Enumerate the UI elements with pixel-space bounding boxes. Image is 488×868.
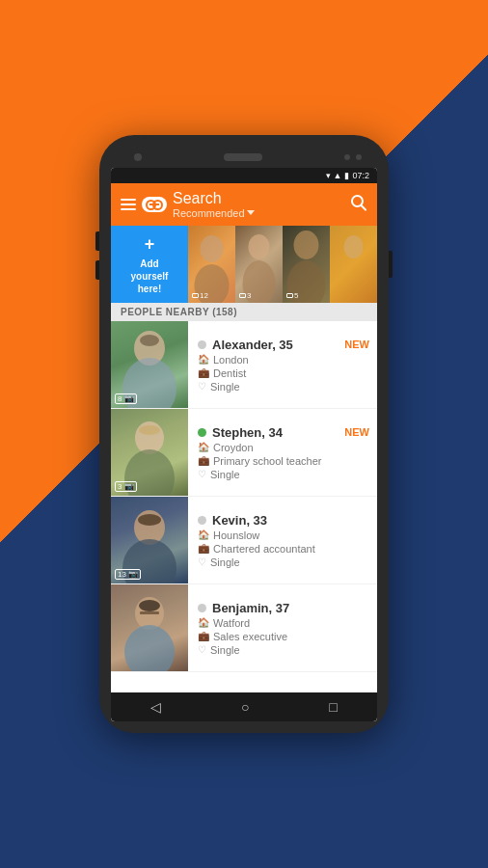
svg-point-20 xyxy=(124,625,175,671)
list-item[interactable]: 3 📷 Stephen, 34 NEW 🏠 Croydon 💼 xyxy=(111,409,377,497)
online-status-kevin xyxy=(198,516,206,525)
heart-icon-4: ♡ xyxy=(198,644,206,655)
location-stephen: 🏠 Croydon xyxy=(198,442,369,453)
story-item-2[interactable]: 3 xyxy=(235,226,283,303)
volume-down-button[interactable] xyxy=(95,260,99,280)
work-icon-2: 💼 xyxy=(198,455,209,466)
list-item[interactable]: 13 📷 Kevin, 33 🏠 Hounslow 💼 Chartered ac xyxy=(111,497,377,584)
svg-point-2 xyxy=(201,235,224,262)
home-icon: 🏠 xyxy=(198,354,209,365)
header-title: Search xyxy=(173,190,255,207)
phone-screen: ▾ ▲ ▮ 07:2 Search Recommended xyxy=(111,168,377,721)
svg-point-9 xyxy=(344,235,364,258)
people-list: 8 📷 Alexander, 35 NEW 🏠 London 💼 xyxy=(111,321,377,692)
avatar-stephen: 3 📷 xyxy=(111,409,188,496)
work-icon: 💼 xyxy=(198,367,209,378)
volume-up-button[interactable] xyxy=(95,231,99,251)
work-icon-3: 💼 xyxy=(198,543,209,554)
header-left-group: Search Recommended xyxy=(121,190,255,219)
occupation-stephen: 💼 Primary school teacher xyxy=(198,455,369,467)
list-item[interactable]: 8 📷 Alexander, 35 NEW 🏠 London 💼 xyxy=(111,321,377,409)
location-benjamin: 🏠 Watford xyxy=(198,617,369,629)
recents-button[interactable]: □ xyxy=(329,699,337,715)
online-status-benjamin xyxy=(198,604,206,612)
story-row: + Add yourself here! 12 xyxy=(111,226,377,303)
sensor-dot-1 xyxy=(344,154,350,160)
header-subtitle: Recommended xyxy=(173,207,255,219)
search-button[interactable] xyxy=(350,194,367,216)
svg-rect-22 xyxy=(140,611,159,614)
status-alexander: ♡ Single xyxy=(198,381,369,393)
story-item-1[interactable]: 12 xyxy=(188,226,235,303)
name-row-alexander: Alexander, 35 NEW xyxy=(198,338,369,352)
story-item-3[interactable]: 5 xyxy=(283,226,330,303)
story-count-1: 12 xyxy=(192,291,208,300)
photo-count-alexander: 8 📷 xyxy=(115,393,137,404)
svg-point-6 xyxy=(294,231,319,259)
person-name-kevin: Kevin, 33 xyxy=(212,513,267,528)
photo-count-kevin: 13 📷 xyxy=(115,569,141,580)
story-item-4[interactable] xyxy=(330,226,377,303)
status-icons: ▾ ▲ ▮ 07:2 xyxy=(326,171,369,180)
status-kevin: ♡ Single xyxy=(198,556,369,568)
add-yourself-button[interactable]: + Add yourself here! xyxy=(111,226,188,303)
story-count-3: 5 xyxy=(286,291,298,300)
signal-icon: ▲ xyxy=(334,171,342,180)
battery-icon: ▮ xyxy=(344,171,349,180)
add-plus-icon: + xyxy=(145,233,155,256)
svg-line-1 xyxy=(362,205,366,210)
photo-count-stephen: 3 📷 xyxy=(115,481,137,492)
list-item[interactable]: Benjamin, 37 🏠 Watford 💼 Sales executive… xyxy=(111,584,377,672)
phone-top-hardware xyxy=(111,147,377,168)
online-status-stephen xyxy=(198,428,206,437)
avatar-kevin: 13 📷 xyxy=(111,497,188,583)
status-stephen: ♡ Single xyxy=(198,469,369,480)
heart-icon-3: ♡ xyxy=(198,556,206,567)
bottom-nav-bar: ◁ ○ □ xyxy=(111,692,377,721)
person-info-alexander: Alexander, 35 NEW 🏠 London 💼 Dentist ♡ S… xyxy=(188,321,377,408)
location-alexander: 🏠 London xyxy=(198,354,369,366)
header-title-group: Search Recommended xyxy=(173,190,255,219)
svg-point-4 xyxy=(249,234,270,259)
svg-point-15 xyxy=(139,425,160,435)
section-header-nearby: PEOPLE NEARBY (158) xyxy=(111,303,377,321)
home-icon-2: 🏠 xyxy=(198,442,209,452)
story-count-2: 3 xyxy=(239,291,251,300)
person-name-stephen: Stephen, 34 xyxy=(212,425,283,440)
occupation-kevin: 💼 Chartered accountant xyxy=(198,543,369,555)
power-button[interactable] xyxy=(389,251,393,278)
online-status-alexander xyxy=(198,340,206,349)
home-icon-4: 🏠 xyxy=(198,617,209,628)
app-header: Search Recommended xyxy=(111,183,377,226)
svg-point-21 xyxy=(139,600,160,611)
phone-frame: ▾ ▲ ▮ 07:2 Search Recommended xyxy=(99,135,389,733)
avatar-benjamin xyxy=(111,584,188,671)
new-badge-stephen: NEW xyxy=(344,426,369,438)
home-icon-3: 🏠 xyxy=(198,529,209,540)
sensor-dot-2 xyxy=(356,154,362,160)
svg-point-18 xyxy=(138,514,161,526)
hamburger-menu-button[interactable] xyxy=(121,199,136,210)
person-info-benjamin: Benjamin, 37 🏠 Watford 💼 Sales executive… xyxy=(188,584,377,671)
subtitle-dropdown-arrow[interactable] xyxy=(247,210,255,215)
location-kevin: 🏠 Hounslow xyxy=(198,529,369,541)
status-bar: ▾ ▲ ▮ 07:2 xyxy=(111,168,377,183)
new-badge-alexander: NEW xyxy=(344,339,369,350)
heart-icon-2: ♡ xyxy=(198,469,206,479)
earpiece-speaker xyxy=(224,153,262,161)
heart-icon: ♡ xyxy=(198,381,206,392)
sensors-area xyxy=(344,154,362,160)
wifi-icon: ▾ xyxy=(326,171,331,180)
person-name-alexander: Alexander, 35 xyxy=(212,338,293,352)
svg-point-12 xyxy=(140,335,159,346)
avatar-alexander: 8 📷 xyxy=(111,321,188,408)
work-icon-4: 💼 xyxy=(198,631,209,641)
back-button[interactable]: ◁ xyxy=(150,699,161,715)
badoo-logo-icon xyxy=(142,197,167,212)
person-info-kevin: Kevin, 33 🏠 Hounslow 💼 Chartered account… xyxy=(188,497,377,583)
person-name-benjamin: Benjamin, 37 xyxy=(212,601,289,615)
person-info-stephen: Stephen, 34 NEW 🏠 Croydon 💼 Primary scho… xyxy=(188,409,377,496)
home-button[interactable]: ○ xyxy=(241,699,249,715)
name-row-benjamin: Benjamin, 37 xyxy=(198,601,369,615)
name-row-stephen: Stephen, 34 NEW xyxy=(198,425,369,440)
